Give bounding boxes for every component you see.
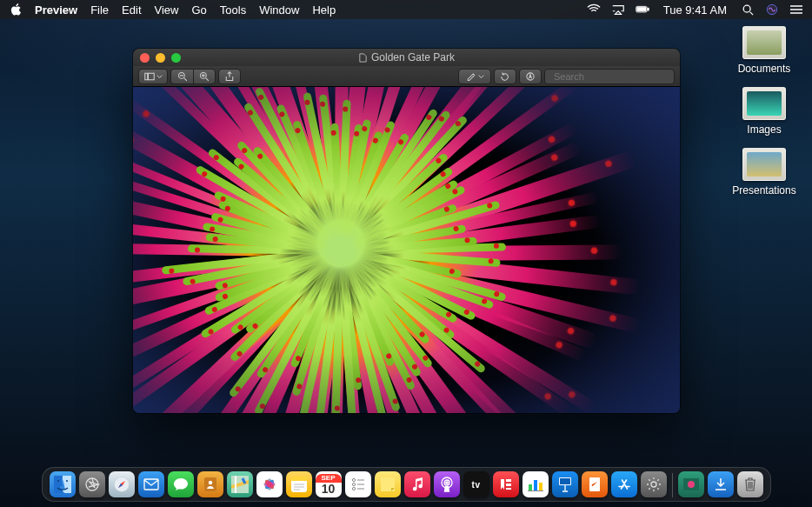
- app-menu[interactable]: Preview: [35, 3, 77, 17]
- folder-label: Presentations: [732, 184, 795, 197]
- desktop-folder-documents[interactable]: Documents: [725, 26, 803, 75]
- folder-label: Images: [747, 123, 781, 136]
- menu-window[interactable]: Window: [259, 3, 299, 17]
- minimize-button[interactable]: [156, 53, 165, 63]
- toolbar: [133, 66, 680, 87]
- dock-messages[interactable]: [168, 471, 194, 497]
- dock-reminders[interactable]: [345, 471, 371, 497]
- dock-keynote[interactable]: [552, 471, 578, 497]
- dock: SEP10 tv: [42, 467, 771, 502]
- svg-rect-1: [637, 7, 646, 10]
- svg-point-29: [352, 483, 355, 485]
- airplay-icon[interactable]: [611, 3, 625, 16]
- dock-notes[interactable]: [286, 471, 312, 497]
- dock-stickies[interactable]: [375, 471, 401, 497]
- fullscreen-button[interactable]: [171, 53, 181, 63]
- dock-system-preferences[interactable]: [641, 471, 667, 497]
- desktop-folder-presentations[interactable]: Presentations: [725, 148, 803, 197]
- svg-rect-36: [534, 480, 537, 490]
- spotlight-icon[interactable]: [741, 3, 755, 16]
- dock-news[interactable]: [493, 471, 519, 497]
- svg-rect-35: [529, 484, 532, 490]
- dock-downloads[interactable]: [708, 471, 734, 497]
- folder-icon: [742, 148, 786, 181]
- svg-point-12: [66, 480, 68, 482]
- dock-numbers[interactable]: [522, 471, 549, 497]
- share-button[interactable]: [218, 69, 241, 84]
- desktop-folder-images[interactable]: Images: [725, 87, 803, 136]
- wifi-icon[interactable]: [587, 3, 601, 16]
- svg-point-17: [208, 481, 211, 484]
- menu-edit[interactable]: Edit: [122, 3, 141, 17]
- svg-rect-5: [144, 73, 147, 80]
- dock-mail[interactable]: [138, 471, 164, 497]
- notification-center-icon[interactable]: [789, 3, 803, 16]
- menu-clock[interactable]: Tue 9:41 AM: [663, 3, 727, 17]
- menu-tools[interactable]: Tools: [220, 3, 246, 17]
- svg-rect-2: [648, 8, 649, 10]
- svg-point-43: [688, 481, 695, 488]
- dock-photos[interactable]: [256, 471, 283, 497]
- document-icon: [358, 53, 368, 63]
- markup-button[interactable]: [519, 69, 542, 84]
- dock-safari[interactable]: [109, 471, 135, 497]
- menu-view[interactable]: View: [155, 3, 179, 17]
- svg-rect-6: [148, 73, 154, 80]
- dock-separator: [672, 473, 673, 497]
- svg-point-28: [352, 478, 355, 481]
- svg-rect-15: [144, 479, 158, 490]
- dock-calendar[interactable]: SEP10: [316, 471, 342, 497]
- image-viewport[interactable]: [133, 87, 680, 413]
- svg-point-11: [57, 480, 59, 482]
- close-button[interactable]: [140, 53, 150, 63]
- zoom-in-button[interactable]: [193, 69, 216, 84]
- view-mode-button[interactable]: [138, 69, 168, 84]
- menu-go[interactable]: Go: [191, 3, 206, 17]
- svg-point-41: [651, 482, 656, 487]
- svg-rect-37: [539, 483, 542, 490]
- menu-bar: Preview File Edit View Go Tools Window H…: [0, 0, 812, 19]
- dock-tv[interactable]: tv: [463, 471, 489, 497]
- dock-recent-image[interactable]: [678, 471, 704, 497]
- zoom-out-button[interactable]: [170, 69, 193, 84]
- window-title: Golden Gate Park: [371, 51, 455, 63]
- svg-rect-39: [560, 478, 570, 484]
- dock-contacts[interactable]: [197, 471, 223, 497]
- svg-point-3: [743, 5, 750, 12]
- dock-trash[interactable]: [737, 471, 763, 497]
- dock-finder[interactable]: [50, 471, 76, 497]
- dock-launchpad[interactable]: [79, 471, 105, 497]
- dock-music[interactable]: [404, 471, 430, 497]
- rotate-button[interactable]: [494, 69, 516, 84]
- battery-icon[interactable]: [636, 3, 649, 16]
- svg-point-34: [445, 482, 447, 484]
- apple-logo-icon[interactable]: [10, 3, 23, 16]
- highlight-button[interactable]: [458, 69, 491, 84]
- dock-pages[interactable]: [582, 471, 608, 497]
- menu-file[interactable]: File: [90, 3, 109, 17]
- folder-icon: [742, 26, 786, 59]
- dock-podcasts[interactable]: [434, 471, 460, 497]
- window-titlebar[interactable]: Golden Gate Park: [133, 49, 680, 66]
- folder-icon: [742, 87, 786, 120]
- search-field[interactable]: [544, 69, 675, 84]
- search-input[interactable]: [554, 71, 674, 82]
- dock-maps[interactable]: [227, 471, 253, 497]
- dock-appstore[interactable]: [611, 471, 637, 497]
- preview-window[interactable]: Golden Gate Park: [133, 49, 680, 413]
- svg-rect-27: [291, 477, 307, 481]
- svg-point-30: [352, 487, 355, 490]
- menu-help[interactable]: Help: [312, 3, 336, 17]
- folder-label: Documents: [738, 63, 791, 75]
- siri-icon[interactable]: [765, 3, 779, 16]
